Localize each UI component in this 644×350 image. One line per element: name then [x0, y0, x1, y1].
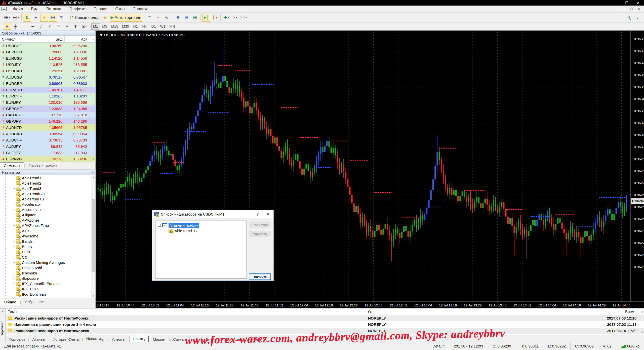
- timeframe-m15[interactable]: M15: [109, 23, 120, 30]
- search-button[interactable]: 🔍: [625, 14, 633, 22]
- profiles-button[interactable]: ▤▾: [12, 14, 20, 22]
- menu-вставка[interactable]: Вставка: [42, 6, 65, 12]
- scroll-up-icon[interactable]: ∧: [641, 310, 643, 313]
- terminal-tab-торговля[interactable]: Торговля: [6, 336, 28, 342]
- market-watch-row-eurusd[interactable]: ⬇EURUSD1.145261.14556: [0, 55, 95, 61]
- navigator-item-bears[interactable]: fBears: [0, 244, 95, 249]
- navigator-item-accelerator[interactable]: fAccelerator: [0, 202, 95, 207]
- menu-окно[interactable]: Окно: [111, 6, 129, 12]
- tab-symbols[interactable]: Символы: [0, 162, 24, 168]
- market-watch-row-eurchf[interactable]: ⬆EURCHF1.102631.10293: [0, 93, 95, 99]
- templates-button[interactable]: 🗠▾: [239, 14, 248, 22]
- terminal-tab-маркет[interactable]: Маркет: [149, 336, 169, 342]
- market-watch-row-cadjpy[interactable]: ⬇CADJPY87.71887.818: [0, 112, 95, 118]
- label-tool[interactable]: T: [71, 23, 79, 30]
- tree-collapse-icon[interactable]: [158, 224, 161, 227]
- tab-tick-chart[interactable]: Тиковый график: [25, 162, 61, 168]
- timeframe-d1[interactable]: D1: [149, 23, 158, 30]
- chart-shift-toggle[interactable]: │◂: [211, 14, 219, 22]
- indicator-label[interactable]: AbleTrendTS: [175, 229, 197, 233]
- tile-windows-button[interactable]: ▦: [191, 14, 199, 22]
- scroll-up-icon[interactable]: ∧: [91, 175, 95, 179]
- close-button[interactable]: Закрыть: [249, 273, 271, 280]
- navigator-item-atr[interactable]: fATR: [0, 228, 95, 233]
- navigator-item-abletrend3[interactable]: fAbleTrend3: [0, 186, 95, 191]
- strategy-tester-toggle[interactable]: ◷: [57, 14, 65, 22]
- market-watch-row-gbpjpy[interactable]: ⬇GBPJPY146.226146.296: [0, 118, 95, 124]
- column-bid[interactable]: Бид: [38, 36, 64, 42]
- status-profile[interactable]: Default: [428, 342, 449, 350]
- navigator-item-bulls[interactable]: fBulls: [0, 249, 95, 255]
- mail-row[interactable]: Расписание вебинаров от ИнстаФорексNOREP…: [6, 315, 644, 321]
- scroll-up-icon[interactable]: ∧: [93, 38, 95, 41]
- column-from[interactable]: От: [366, 308, 606, 315]
- vline-tool[interactable]: │: [20, 23, 28, 30]
- terminal-tab-почта[interactable]: Почта4: [130, 336, 149, 342]
- navigator-item-abletrend2[interactable]: fAbleTrend2: [0, 181, 95, 186]
- market-watch-row-usdjpy[interactable]: ⬇USDJPY113.525113.555: [0, 61, 95, 68]
- child-restore-button[interactable]: ❐: [628, 6, 635, 12]
- navigator-item-bands[interactable]: fBands: [0, 239, 95, 244]
- market-watch-row-audcad[interactable]: ⬇AUDCAD0.989540.99054: [0, 131, 95, 137]
- navigator-item-awesome[interactable]: fAwesome: [0, 233, 95, 239]
- column-symbol[interactable]: Символ: [0, 36, 38, 42]
- channel-tool[interactable]: ⫽: [46, 23, 54, 30]
- market-watch-row-gbpchf[interactable]: ⬇GBPCHF1.239881.24058: [0, 106, 95, 112]
- menu-сервис[interactable]: Сервис: [89, 6, 111, 12]
- bar-chart-button[interactable]: 𝄛: [145, 14, 153, 22]
- main-chart-label[interactable]: Главный график: [169, 223, 199, 228]
- hline-tool[interactable]: ─: [29, 23, 37, 30]
- terminal-close-icon[interactable]: ✕: [1, 309, 5, 313]
- market-watch-row-audchf[interactable]: ⬇AUDCHF0.736330.73733: [0, 137, 95, 143]
- new-order-button[interactable]: 🗋Новый ордер: [69, 14, 100, 22]
- navigator-item-abletrendsig[interactable]: fAbleTrendSig: [0, 191, 95, 196]
- terminal-toggle[interactable]: ▤: [49, 14, 57, 22]
- menu-вид[interactable]: Вид: [27, 6, 42, 12]
- auto-scroll-toggle[interactable]: ▸│: [202, 14, 210, 22]
- market-watch-row-gbpusd[interactable]: ⬇GBPUSD1.288061.28836: [0, 49, 95, 55]
- navigator-scrollbar[interactable]: ∧ ∨: [91, 175, 95, 298]
- timeframe-mn[interactable]: MN: [168, 23, 177, 30]
- timeframe-m1[interactable]: M1: [91, 23, 100, 30]
- terminal-tab-новости[interactable]: Новости99: [83, 335, 108, 342]
- column-time[interactable]: Время: [606, 308, 636, 315]
- line-chart-button[interactable]: ∿: [163, 14, 171, 22]
- scroll-down-icon[interactable]: ∨: [641, 331, 643, 334]
- dialog-title-bar[interactable]: Список индикаторов на USDCHF,M1 ? ✕: [152, 210, 273, 218]
- market-watch-row-usdcad[interactable]: ⬇USDCAD1.293511.29381: [0, 68, 95, 74]
- timeframe-h4[interactable]: H4: [140, 23, 149, 30]
- dialog-indicator-list[interactable]: Главный график f AbleTrendTS: [155, 221, 247, 278]
- market-watch-row-audusd[interactable]: ⬆AUDUSD0.765170.76547: [0, 74, 95, 80]
- timeframe-w1[interactable]: W1: [158, 23, 167, 30]
- navigator-item-ifx-cho[interactable]: fIFX_CHO: [0, 286, 95, 292]
- new-chart-button[interactable]: ▦▾: [3, 14, 11, 22]
- scrollbar-thumb[interactable]: [92, 199, 95, 272]
- minimize-button[interactable]: ─: [609, 0, 621, 6]
- dialog-help-button[interactable]: ?: [252, 210, 263, 218]
- navigator-item-apazones[interactable]: fAPAZones: [0, 218, 95, 223]
- tree-row-indicator[interactable]: f AbleTrendTS: [155, 228, 247, 233]
- zoom-in-button[interactable]: ⊕: [174, 14, 182, 22]
- navigator-close-icon[interactable]: ✕: [91, 170, 94, 174]
- market-watch-row-euraud[interactable]: ⬇EURAUD1.497011.49771: [0, 87, 95, 93]
- navigator-item-ichimoku[interactable]: fIchimoku: [0, 270, 95, 276]
- market-watch-toggle[interactable]: ⇅: [23, 14, 31, 22]
- market-watch-row-audjpy[interactable]: ⬇AUDJPY86.84286.942: [0, 143, 95, 150]
- column-subject[interactable]: Тема: [6, 308, 366, 315]
- terminal-tab-история-счета[interactable]: История Счета: [49, 336, 82, 342]
- terminal-tab-алерты[interactable]: Алерты: [109, 336, 129, 342]
- text-tool[interactable]: A: [63, 23, 71, 30]
- menu-файл[interactable]: Файл: [9, 6, 27, 12]
- mail-row[interactable]: Изменения в расписании торгов 3 и 4 июля…: [6, 321, 644, 328]
- metaeditor-button[interactable]: ◆: [101, 14, 109, 22]
- market-watch-row-eurgbp[interactable]: ⬆EURGBP0.889030.88933: [0, 80, 95, 87]
- timeframe-m30[interactable]: M30: [120, 23, 131, 30]
- toolbar-expand-button[interactable]: ⌄: [633, 14, 641, 22]
- terminal-tab-активы[interactable]: Активы: [29, 336, 49, 342]
- scroll-down-icon[interactable]: ∨: [91, 294, 95, 298]
- market-watch-row-eurnzd[interactable]: ⬇EURNZD1.581761.58296: [0, 156, 95, 162]
- market-watch-row-eurjpy[interactable]: ⬇EURJPY130.036130.066: [0, 99, 95, 106]
- market-watch-row-chfjpy[interactable]: ⬇CHFJPY117.833117.933: [0, 150, 95, 156]
- close-button[interactable]: ✕: [632, 0, 644, 6]
- navigator-item-abletrendts[interactable]: fAbleTrendTS: [0, 196, 95, 202]
